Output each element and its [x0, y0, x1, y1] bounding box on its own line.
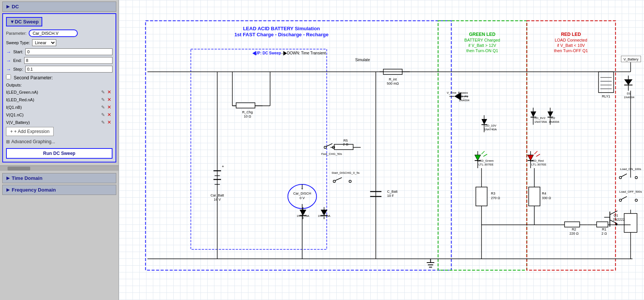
- svg-line-36: [621, 174, 627, 177]
- circuit-panel: LEAD ACID BATTERY Simulation 1st FAST Ch…: [119, 0, 644, 300]
- output-edit-btn-0[interactable]: ✎: [100, 89, 106, 95]
- svg-text:LTL-307EE: LTL-307EE: [479, 163, 494, 166]
- svg-text:2 Ω: 2 Ω: [601, 232, 607, 235]
- r2-label: R2: [572, 227, 576, 231]
- output-del-btn-0[interactable]: ✕: [106, 89, 112, 95]
- dc-sweep-title-label: DC Sweep: [15, 19, 39, 25]
- c-batt-label: C_Batt: [387, 190, 398, 193]
- time-domain-label: Time Domain: [12, 175, 42, 181]
- end-input[interactable]: [24, 57, 112, 64]
- annotation-down: DOWN: Time Transient: [287, 51, 326, 55]
- second-param-checkbox[interactable]: [6, 74, 11, 79]
- svg-marker-145: [283, 51, 287, 56]
- svg-text:1N4004: 1N4004: [624, 96, 635, 99]
- end-row: → End:: [6, 57, 112, 64]
- v-battery-label: V_Battery: [624, 57, 639, 61]
- circuit-svg: LEAD ACID BATTERY Simulation 1st FAST Ch…: [119, 0, 644, 300]
- end-label: End:: [13, 58, 22, 63]
- car-disch-label: Car_DISCH: [293, 192, 311, 195]
- svg-rect-0: [146, 21, 451, 270]
- output-item: V(V_Battery) ✎ ✕: [6, 119, 112, 125]
- output-del-btn-4[interactable]: ✕: [106, 119, 112, 125]
- add-expression-button[interactable]: + + Add Expression: [6, 127, 54, 136]
- run-dc-sweep-button[interactable]: Run DC Sweep: [6, 148, 112, 159]
- output-item: I(LED_Green.nA) ✎ ✕: [6, 89, 112, 95]
- left-panel: ▶ DC ▼ DC Sweep Parameter: Sweep Type: L…: [0, 0, 119, 300]
- red-box-line4: then Turn-OFF Q1: [554, 48, 588, 53]
- outputs-label: Outputs:: [6, 83, 112, 87]
- output-edit-btn-4[interactable]: ✎: [100, 119, 106, 125]
- parameter-label: Parameter:: [6, 31, 26, 36]
- svg-rect-18: [529, 187, 540, 206]
- svg-text:10 F: 10 F: [387, 194, 394, 198]
- add-expression-label: + Add Expression: [14, 129, 49, 134]
- circuit-canvas[interactable]: LEAD ACID BATTERY Simulation 1st FAST Ch…: [119, 0, 644, 300]
- time-domain-arrow-icon: ▶: [6, 176, 9, 181]
- svg-rect-108: [599, 72, 614, 93]
- svg-text:0 V: 0 V: [300, 196, 305, 200]
- add-expression-plus-icon: +: [10, 129, 13, 134]
- start-arrow-icon: →: [6, 49, 11, 55]
- time-domain-header[interactable]: ▶ Time Domain: [2, 173, 116, 183]
- horizontal-scrollbar[interactable]: [0, 165, 119, 171]
- scrollbar-thumb: [8, 167, 30, 170]
- output-edit-btn-1[interactable]: ✎: [100, 97, 106, 103]
- svg-point-40: [635, 199, 638, 201]
- freq-domain-header[interactable]: ▶ Frequency Domain: [2, 185, 116, 195]
- output-del-btn-3[interactable]: ✕: [106, 111, 112, 118]
- step-label: Step:: [13, 67, 23, 71]
- output-text-4: V(V_Battery): [6, 120, 100, 125]
- svg-rect-21: [565, 222, 580, 227]
- svg-marker-113: [624, 79, 633, 85]
- dc-sweep-title[interactable]: ▼ DC Sweep: [6, 17, 42, 26]
- svg-point-37: [635, 176, 638, 179]
- red-box-line3: if V_Batt < 10V: [557, 43, 585, 48]
- step-input[interactable]: [25, 66, 112, 73]
- sweep-type-label: Sweep Type:: [6, 40, 30, 45]
- output-del-btn-2[interactable]: ✕: [106, 104, 112, 110]
- start-input[interactable]: [25, 48, 112, 55]
- parameter-input[interactable]: [29, 29, 78, 37]
- output-del-btn-1[interactable]: ✕: [106, 96, 112, 103]
- annotation-separator: -: [282, 51, 283, 55]
- output-edit-btn-3[interactable]: ✎: [100, 112, 106, 118]
- svg-text:2 Ω: 2 Ω: [343, 142, 348, 146]
- sweep-type-select[interactable]: Linear Decade Octave List: [32, 39, 56, 46]
- output-text-2: I(Q1.nB): [6, 105, 100, 110]
- svg-rect-27: [624, 213, 637, 232]
- r1-label: R1: [602, 227, 607, 231]
- output-item: V(Q1.nC) ✎ ✕: [6, 111, 112, 118]
- parameter-row: Parameter:: [6, 29, 112, 37]
- svg-text:LTL-307EE: LTL-307EE: [532, 163, 547, 166]
- dc-section-header[interactable]: ▶ DC: [2, 2, 116, 12]
- sweep-type-row: Sweep Type: Linear Decade Octave List: [6, 39, 112, 46]
- svg-rect-15: [476, 187, 487, 206]
- start-label: Start:: [13, 49, 23, 54]
- svg-text:330 Ω: 330 Ω: [542, 196, 552, 200]
- svg-rect-9: [236, 103, 255, 108]
- q1-label: Q1: [614, 213, 618, 217]
- start-row: → Start:: [6, 48, 112, 55]
- output-text-1: I(LED_Red.nA): [6, 97, 100, 102]
- r-chg-label: R_Chg: [242, 110, 253, 114]
- r4-label: R4: [542, 192, 547, 195]
- green-box-line4: then Turn-ON Q1: [466, 48, 498, 53]
- svg-text:10 Ω: 10 Ω: [244, 114, 251, 118]
- output-edit-btn-2[interactable]: ✎: [100, 104, 106, 110]
- svg-text:1N4735A: 1N4735A: [535, 120, 547, 124]
- svg-text:220 Ω: 220 Ω: [569, 232, 579, 235]
- green-box-line3: if V_Batt > 12V: [468, 43, 496, 48]
- dc-arrow-icon: ▶: [6, 4, 9, 9]
- red-box-line1: RED LED: [561, 32, 581, 37]
- freq-domain-arrow-icon: ▶: [6, 187, 9, 192]
- r3-label: R3: [491, 192, 496, 195]
- end-arrow-icon: →: [6, 58, 11, 63]
- output-text-3: V(Q1.nC): [6, 113, 100, 117]
- svg-point-34: [349, 180, 351, 182]
- output-item: I(LED_Red.nA) ✎ ✕: [6, 96, 112, 103]
- svg-line-101: [536, 154, 540, 156]
- green-box-line1: GREEN LED: [469, 32, 495, 37]
- advanced-graphing-button[interactable]: ⊞ Advanced Graphing...: [6, 138, 55, 145]
- dc-sweep-box: ▼ DC Sweep Parameter: Sweep Type: Linear…: [2, 13, 116, 162]
- svg-line-100: [535, 151, 538, 154]
